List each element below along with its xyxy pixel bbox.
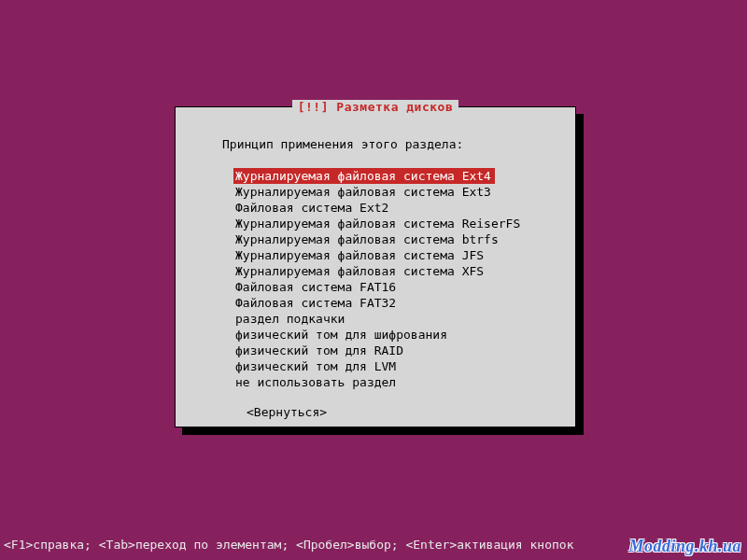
menu-item-jfs[interactable]: Журналируемая файловая система JFS [233,247,487,263]
dialog-title: [!!] Разметка дисков [292,100,459,114]
menu-item-lvm[interactable]: физический том для LVM [233,358,400,374]
menu-item-swap[interactable]: раздел подкачки [233,311,348,327]
dialog-prompt: Принцип применения этого раздела: [176,113,575,168]
menu-item-xfs[interactable]: Журналируемая файловая система XFS [233,263,487,279]
menu-item-dontuse[interactable]: не использовать раздел [233,374,400,390]
watermark: Modding.kh.ua [628,537,741,556]
menu-item-ext3[interactable]: Журналируемая файловая система Ext3 [233,184,495,200]
dialog-title-row: [!!] Разметка дисков [176,100,575,114]
menu-item-reiserfs[interactable]: Журналируемая файловая система ReiserFS [233,216,524,231]
menu-item-ext2[interactable]: Файловая система Ext2 [233,200,392,216]
menu-item-crypt[interactable]: физический том для шифрования [233,327,451,343]
menu-item-fat32[interactable]: Файловая система FAT32 [233,295,400,311]
menu-item-btrfs[interactable]: Журналируемая файловая система btrfs [233,231,502,247]
menu-item-ext4[interactable]: Журналируемая файловая система Ext4 [233,168,495,184]
partition-dialog: [!!] Разметка дисков Принцип применения … [175,106,576,427]
menu-item-fat16[interactable]: Файловая система FAT16 [233,279,400,295]
menu-item-raid[interactable]: физический том для RAID [233,343,407,358]
filesystem-menu: Журналируемая файловая система Ext4 Журн… [176,168,575,390]
back-button[interactable]: <Вернуться> [176,390,575,419]
